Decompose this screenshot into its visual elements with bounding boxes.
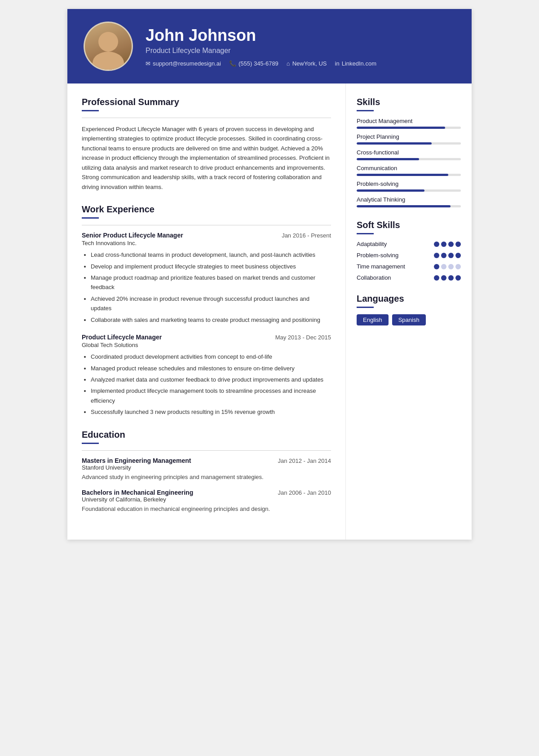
soft-skill-problem-solving: Problem-solving [357, 252, 461, 259]
job-header-2: Product Lifecycle Manager May 2013 - Dec… [82, 334, 331, 341]
dot [434, 242, 439, 247]
summary-divider [82, 118, 331, 118]
soft-skill-time-management: Time management [357, 263, 461, 270]
edu-underline [82, 443, 99, 444]
work-underline [82, 217, 99, 219]
edu-dates-2: Jan 2006 - Jan 2010 [278, 489, 331, 496]
bullet-item: Coordinated product development activiti… [91, 352, 331, 361]
email-contact: ✉ support@resumedesign.ai [146, 60, 221, 67]
dot [455, 264, 461, 269]
education-title: Education [82, 430, 331, 440]
bullet-item: Implemented product lifecycle management… [91, 386, 331, 405]
dot [441, 253, 446, 258]
languages-underline [357, 307, 374, 308]
edu-header-2: Bachelors in Mechanical Engineering Jan … [82, 489, 331, 496]
job-company-2: Global Tech Solutions [82, 342, 331, 348]
job-title-1: Senior Product Lifecycle Manager [82, 232, 183, 239]
work-divider [82, 225, 331, 225]
skill-project-planning: Project Planning [357, 133, 461, 145]
summary-underline [82, 110, 99, 111]
left-column: Professional Summary Experienced Product… [67, 84, 346, 540]
bullet-item: Develop and implement product lifecycle … [91, 262, 331, 271]
soft-skills-section: Soft Skills Adaptability Problem-solving [357, 220, 461, 281]
email-icon: ✉ [146, 60, 150, 67]
skills-section: Skills Product Management Project Planni… [357, 97, 461, 207]
header-info: John Johnson Product Lifecycle Manager ✉… [146, 26, 455, 67]
skill-name: Problem-solving [357, 180, 461, 187]
language-tags: English Spanish [357, 314, 461, 325]
skill-bar-fill [357, 189, 424, 192]
phone-icon: 📞 [229, 60, 236, 67]
skill-name: Cross-functional [357, 149, 461, 156]
skill-bar-bg [357, 127, 461, 129]
dot [441, 264, 446, 269]
job-dates-1: Jan 2016 - Present [282, 232, 331, 239]
edu-item-2: Bachelors in Mechanical Engineering Jan … [82, 489, 331, 514]
skill-name: Project Planning [357, 133, 461, 140]
edu-degree-1: Masters in Engineering Management [82, 457, 191, 464]
education-section: Education Masters in Engineering Managem… [82, 430, 331, 514]
language-spanish: Spanish [392, 314, 426, 325]
job-bullets-2: Coordinated product development activiti… [82, 352, 331, 417]
dot [448, 253, 454, 258]
edu-dates-1: Jan 2012 - Jan 2014 [278, 457, 331, 464]
dot [434, 253, 439, 258]
dot [455, 242, 461, 247]
bullet-item: Manage product roadmap and prioritize fe… [91, 273, 331, 292]
phone-value: (555) 345-6789 [239, 60, 278, 67]
skill-bar-bg [357, 205, 461, 207]
skill-bar-bg [357, 158, 461, 160]
edu-desc-1: Advanced study in engineering principles… [82, 473, 331, 482]
summary-section: Professional Summary Experienced Product… [82, 97, 331, 192]
skill-bar-fill [357, 158, 419, 160]
header: John Johnson Product Lifecycle Manager ✉… [67, 9, 472, 84]
job-title-2: Product Lifecycle Manager [82, 334, 162, 341]
job-bullets-1: Lead cross-functional teams in product d… [82, 250, 331, 325]
skill-cross-functional: Cross-functional [357, 149, 461, 160]
dots-time-management [434, 264, 461, 269]
skill-product-management: Product Management [357, 118, 461, 129]
right-column: Skills Product Management Project Planni… [346, 84, 472, 540]
candidate-title: Product Lifecycle Manager [146, 47, 455, 55]
edu-school-2: University of California, Berkeley [82, 496, 331, 503]
bullet-item: Analyzed market data and customer feedba… [91, 375, 331, 384]
soft-skill-name: Adaptability [357, 241, 387, 247]
job-dates-2: May 2013 - Dec 2015 [275, 334, 331, 341]
dot [434, 264, 439, 269]
skill-problem-solving: Problem-solving [357, 180, 461, 192]
candidate-name: John Johnson [146, 26, 455, 45]
location-icon: ⌂ [287, 60, 290, 67]
dot [455, 275, 461, 281]
bullet-item: Managed product release schedules and mi… [91, 364, 331, 373]
email-value: support@resumedesign.ai [153, 60, 221, 67]
work-experience-title: Work Experience [82, 204, 331, 215]
skills-underline [357, 110, 374, 111]
edu-header-1: Masters in Engineering Management Jan 20… [82, 457, 331, 464]
skill-bar-fill [357, 205, 451, 207]
body: Professional Summary Experienced Product… [67, 84, 472, 540]
skill-name: Analytical Thinking [357, 196, 461, 203]
soft-skills-title: Soft Skills [357, 220, 461, 230]
skill-bar-bg [357, 142, 461, 145]
skill-communication: Communication [357, 165, 461, 176]
soft-skills-underline [357, 233, 374, 234]
linkedin-icon: in [335, 60, 340, 67]
skill-analytical-thinking: Analytical Thinking [357, 196, 461, 207]
skill-bar-bg [357, 189, 461, 192]
dot [441, 242, 446, 247]
bullet-item: Lead cross-functional teams in product d… [91, 250, 331, 259]
bullet-item: Achieved 20% increase in product revenue… [91, 294, 331, 313]
summary-text: Experienced Product Lifecycle Manager wi… [82, 124, 331, 192]
phone-contact: 📞 (555) 345-6789 [229, 60, 278, 67]
job-item-1: Senior Product Lifecycle Manager Jan 201… [82, 232, 331, 325]
bullet-item: Successfully launched 3 new products res… [91, 407, 331, 417]
soft-skill-name: Problem-solving [357, 252, 398, 259]
summary-title: Professional Summary [82, 97, 331, 107]
dot [441, 275, 446, 281]
dots-collaboration [434, 275, 461, 281]
dot [434, 275, 439, 281]
language-english: English [357, 314, 389, 325]
skill-name: Product Management [357, 118, 461, 124]
skill-bar-fill [357, 174, 448, 176]
dot [455, 253, 461, 258]
